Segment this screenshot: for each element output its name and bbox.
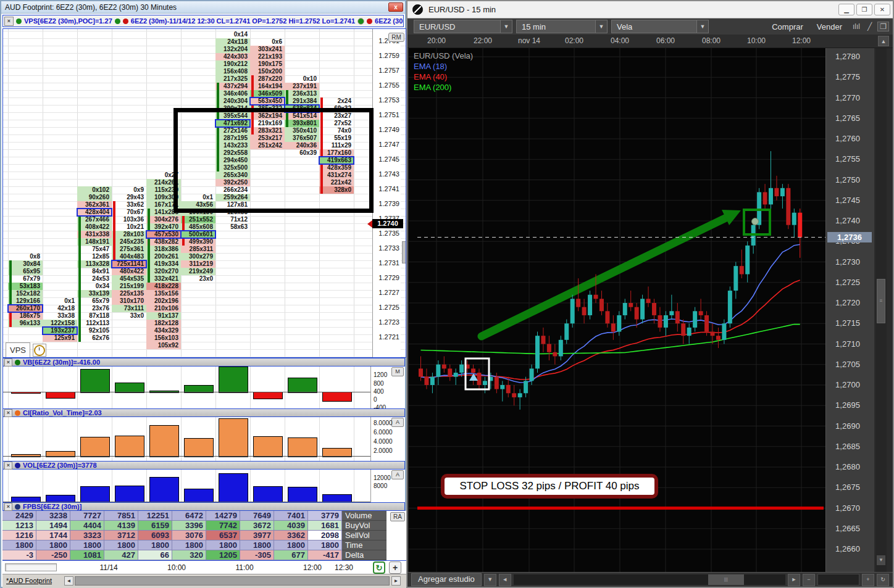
draw-pencil-icon[interactable]: ╱ bbox=[866, 22, 874, 31]
footprint-cell: 33x0 bbox=[112, 312, 146, 320]
horizontal-scrollbar[interactable]: ||| bbox=[514, 574, 785, 585]
footprint-window-titlebar[interactable]: AUD Footprint: 6EZ2 (30m), 6EZ2 (30m) 30… bbox=[1, 1, 405, 14]
scale-tick-label: 800 bbox=[374, 380, 384, 387]
chevron-down-icon[interactable]: ▼ bbox=[595, 20, 607, 33]
scroll-right-icon[interactable]: ► bbox=[788, 574, 800, 586]
price-window-title: EUR/USD - 15 min bbox=[428, 5, 496, 14]
chart-scrollbar-thumb[interactable] bbox=[402, 241, 406, 263]
footprint-chart[interactable]: 1.27611.27591.27571.27551.27531.27511.27… bbox=[2, 28, 406, 358]
price-tick-label: 1,2665 bbox=[826, 524, 869, 533]
price-tick-label: 1,2755 bbox=[826, 154, 869, 164]
close-study-icon[interactable]: × bbox=[4, 358, 12, 366]
scrollbar-thumb[interactable]: ≡ bbox=[877, 279, 885, 323]
buy-button[interactable]: Comprar bbox=[767, 21, 808, 33]
table-cell: 14279 bbox=[206, 511, 240, 521]
study-bar bbox=[322, 494, 352, 502]
close-study-icon[interactable]: × bbox=[4, 462, 12, 470]
footprint-cell: 437x294 bbox=[215, 83, 250, 90]
footprint-cell: 287x220 bbox=[250, 75, 285, 83]
chevron-down-icon[interactable]: ▼ bbox=[696, 20, 708, 33]
close-study-icon[interactable]: × bbox=[4, 503, 12, 511]
footprint-cell: 285x311 bbox=[181, 246, 215, 253]
price-scale[interactable]: 1,2736 1,27801,27751,27701,27651,27601,2… bbox=[825, 48, 874, 572]
scrollbar-thumb[interactable]: ||| bbox=[708, 574, 744, 585]
close-study-icon[interactable]: × bbox=[4, 17, 14, 26]
interval-select[interactable]: 15 min ▼ bbox=[516, 20, 608, 33]
a-button[interactable]: A bbox=[391, 470, 404, 479]
vol-study-plot[interactable] bbox=[2, 470, 370, 502]
footprint-cell: 408x422 bbox=[77, 223, 112, 231]
chart-type-select[interactable]: Vela ▼ bbox=[611, 20, 709, 33]
price-tick-label: 1.2735 bbox=[372, 230, 399, 237]
footprint-cell: 0x1 bbox=[43, 297, 77, 305]
table-cell: 1800 bbox=[138, 540, 172, 550]
windows-icon[interactable]: ❐ bbox=[877, 22, 889, 31]
zoom-in-button[interactable]: + bbox=[389, 561, 401, 574]
chart-info-bar: × VPS[6EZ2 (30m),POC]=1.27 6EZ2 (30m)-11… bbox=[2, 15, 404, 27]
vertical-scrollbar[interactable]: ≡ ▼ bbox=[875, 48, 887, 572]
price-scale[interactable]: 1.27611.27591.27571.27551.27531.27511.27… bbox=[372, 29, 401, 358]
scroll-down-icon[interactable]: ▼ bbox=[877, 555, 885, 565]
zoom-out-icon[interactable]: − bbox=[803, 574, 815, 586]
tab-scroll-right-icon[interactable]: ► bbox=[391, 576, 401, 586]
scroll-left-icon[interactable]: ◄ bbox=[499, 574, 511, 586]
add-study-button[interactable]: Agregar estudio bbox=[411, 573, 482, 586]
footprint-cell: 215x199 bbox=[112, 283, 146, 290]
sell-button[interactable]: Vender bbox=[812, 21, 847, 33]
footprint-cell: 219x249 bbox=[181, 268, 215, 275]
footprint-cell: 92x105 bbox=[77, 327, 112, 334]
price-tick-label: 1.2745 bbox=[372, 155, 399, 163]
footprint-cell: 217x325 bbox=[215, 75, 250, 83]
footprint-cell: 23x0 bbox=[181, 275, 215, 283]
footprint-cell: 112x113 bbox=[77, 320, 112, 327]
table-row: 2429323877277851122516472142797649740137… bbox=[2, 511, 406, 521]
chevron-down-icon[interactable]: ▼ bbox=[484, 574, 496, 586]
footprint-cell: 84x91 bbox=[77, 268, 112, 275]
reset-view-icon[interactable]: ↻ bbox=[877, 574, 889, 586]
price-tick-label: 1,2675 bbox=[826, 482, 869, 492]
app-logo-icon bbox=[412, 4, 423, 15]
close-study-icon[interactable]: × bbox=[4, 409, 12, 417]
close-icon[interactable]: x bbox=[388, 2, 403, 12]
vol-study-label: VOL[6EZ2 (30m)]=3778 bbox=[23, 462, 97, 469]
tab-aud-footprint[interactable]: *AUD Footprint bbox=[6, 577, 52, 584]
scroll-up-icon[interactable]: ▲ bbox=[878, 36, 889, 46]
chevron-down-icon[interactable]: ▼ bbox=[500, 20, 512, 33]
vps-tab[interactable]: VPS bbox=[6, 342, 30, 357]
rm-button[interactable]: RM bbox=[388, 33, 404, 42]
symbol-select[interactable]: EUR/USD ▼ bbox=[414, 20, 512, 33]
price-tick-label: 1.2721 bbox=[372, 333, 399, 341]
footprint-cell: 480x422 bbox=[112, 268, 146, 275]
time-tick-label: 10:00 bbox=[167, 563, 186, 572]
price-window-titlebar[interactable]: EUR/USD - 15 min ▁ ❐ ✕ bbox=[407, 1, 893, 19]
refresh-icon[interactable]: ↻ bbox=[373, 561, 385, 574]
bottom-toolbar: Agregar estudio ▼ ◄ ||| ► − + ↻ bbox=[407, 572, 893, 587]
table-cell: 1494 bbox=[36, 521, 70, 531]
study-bar bbox=[219, 418, 248, 457]
vb-study-plot[interactable] bbox=[2, 366, 370, 408]
table-cell: 1800 bbox=[2, 540, 36, 550]
interval-value: 15 min bbox=[517, 22, 595, 31]
close-icon[interactable]: ✕ bbox=[874, 4, 890, 15]
tab-scroll-left-icon[interactable]: ◄ bbox=[64, 576, 73, 586]
minimize-icon[interactable]: ▁ bbox=[838, 4, 854, 15]
maximize-icon[interactable]: ❐ bbox=[856, 4, 872, 15]
price-tick-label: 1,2720 bbox=[826, 298, 869, 307]
clock-icon[interactable] bbox=[33, 344, 46, 357]
price-chart-canvas[interactable]: EUR/USD (Vela) EMA (18) EMA (40) EMA (20… bbox=[409, 48, 825, 572]
zoom-in-icon[interactable]: + bbox=[862, 574, 874, 586]
footprint-cell: 304x276 bbox=[146, 216, 181, 223]
time-tick-label: 22:00 bbox=[474, 36, 492, 45]
footprint-cell: 164x194 bbox=[250, 83, 285, 90]
ra-button[interactable]: RA bbox=[390, 512, 405, 521]
tab-scrollbar[interactable] bbox=[75, 576, 390, 586]
ci-study-plot[interactable] bbox=[2, 417, 370, 461]
footprint-cell: 33x139 bbox=[77, 290, 112, 297]
a-button[interactable]: A bbox=[391, 418, 404, 427]
volume-bars-icon[interactable]: ılıl bbox=[851, 22, 862, 31]
stop-loss-note[interactable]: STOP LOSS 32 pips / PROFIT 40 pips bbox=[441, 474, 658, 499]
m-button[interactable]: M bbox=[391, 367, 404, 376]
table-cell: 6093 bbox=[138, 531, 172, 540]
time-tick-label: 12:00 bbox=[792, 36, 811, 45]
price-tick-label: 1,2680 bbox=[826, 462, 869, 471]
